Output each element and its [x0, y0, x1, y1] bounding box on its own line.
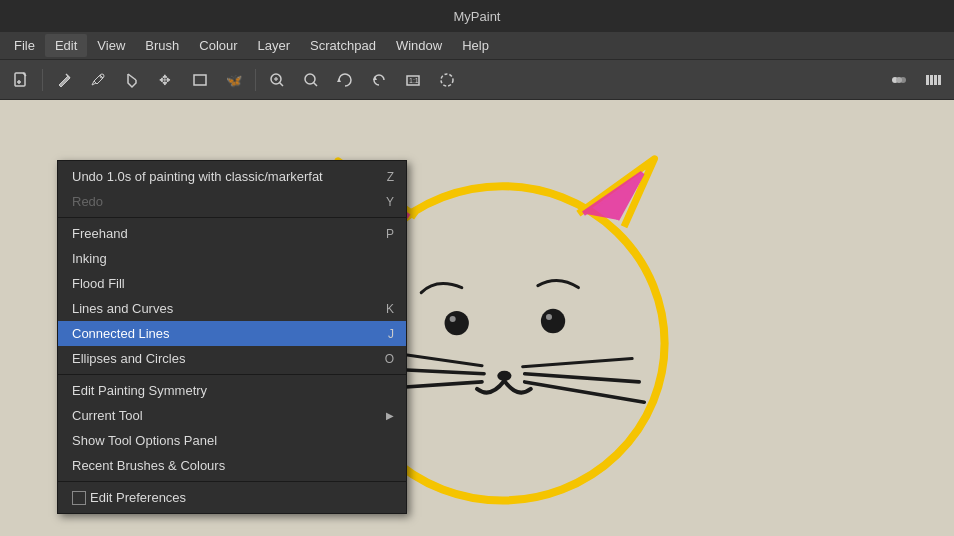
- brush-color-btn[interactable]: [884, 66, 914, 94]
- zoom-in-btn[interactable]: [262, 66, 292, 94]
- edit-preferences-label-wrap: Edit Preferences: [72, 490, 186, 505]
- svg-rect-0: [15, 73, 25, 86]
- paint-tool-btn[interactable]: [49, 66, 79, 94]
- edit-dropdown-menu: Undo 1.0s of painting with classic/marke…: [57, 160, 407, 514]
- menu-view[interactable]: View: [87, 34, 135, 57]
- menu-undo[interactable]: Undo 1.0s of painting with classic/marke…: [58, 164, 406, 189]
- toolbar: ✥ 🦋: [0, 60, 954, 100]
- svg-line-14: [314, 82, 318, 86]
- main-area: Undo 1.0s of painting with classic/marke…: [0, 100, 954, 536]
- lines-curves-shortcut: K: [386, 302, 394, 316]
- eyedropper-btn[interactable]: [83, 66, 113, 94]
- menu-colour[interactable]: Colour: [189, 34, 247, 57]
- svg-rect-23: [926, 75, 929, 85]
- redo-shortcut: Y: [386, 195, 394, 209]
- lines-curves-label: Lines and Curves: [72, 301, 173, 316]
- menu-edit-painting-symmetry[interactable]: Edit Painting Symmetry: [58, 378, 406, 403]
- svg-line-37: [525, 382, 645, 402]
- menu-help[interactable]: Help: [452, 34, 499, 57]
- menu-scratchpad[interactable]: Scratchpad: [300, 34, 386, 57]
- svg-point-30: [541, 309, 565, 333]
- svg-point-19: [441, 74, 453, 86]
- svg-text:1:1: 1:1: [409, 77, 419, 84]
- menu-show-tool-options[interactable]: Show Tool Options Panel: [58, 428, 406, 453]
- menu-inking[interactable]: Inking: [58, 246, 406, 271]
- menu-flood-fill[interactable]: Flood Fill: [58, 271, 406, 296]
- separator-2: [58, 374, 406, 375]
- svg-line-36: [525, 374, 640, 382]
- menu-ellipses[interactable]: Ellipses and Circles O: [58, 346, 406, 371]
- rotate-btn[interactable]: [330, 66, 360, 94]
- palette-btn[interactable]: [918, 66, 948, 94]
- toolbar-separator-2: [255, 69, 256, 91]
- svg-point-22: [896, 77, 902, 83]
- svg-point-29: [450, 316, 456, 322]
- svg-text:🦋: 🦋: [226, 72, 243, 89]
- menu-edit[interactable]: Edit: [45, 34, 87, 57]
- selection-btn[interactable]: [432, 66, 462, 94]
- app-title: MyPaint: [454, 9, 501, 24]
- edit-preferences-label: Edit Preferences: [90, 490, 186, 505]
- current-tool-label: Current Tool: [72, 408, 143, 423]
- svg-rect-26: [938, 75, 941, 85]
- freehand-shortcut: P: [386, 227, 394, 241]
- edit-painting-symmetry-label: Edit Painting Symmetry: [72, 383, 207, 398]
- menu-layer[interactable]: Layer: [248, 34, 301, 57]
- svg-line-10: [280, 82, 284, 86]
- menu-freehand[interactable]: Freehand P: [58, 221, 406, 246]
- ellipses-label: Ellipses and Circles: [72, 351, 185, 366]
- recent-brushes-label: Recent Brushes & Colours: [72, 458, 225, 473]
- frame-btn[interactable]: 1:1: [398, 66, 428, 94]
- menu-redo[interactable]: Redo Y: [58, 189, 406, 214]
- separator-1: [58, 217, 406, 218]
- new-button[interactable]: [6, 66, 36, 94]
- svg-marker-15: [337, 78, 341, 82]
- menu-current-tool[interactable]: Current Tool ▶: [58, 403, 406, 428]
- symmetry-btn[interactable]: 🦋: [219, 66, 249, 94]
- fill-btn[interactable]: [117, 66, 147, 94]
- menu-connected-lines[interactable]: Connected Lines J: [58, 321, 406, 346]
- menu-window[interactable]: Window: [386, 34, 452, 57]
- menu-brush[interactable]: Brush: [135, 34, 189, 57]
- svg-point-28: [445, 311, 469, 335]
- undo-toolbar-btn[interactable]: [364, 66, 394, 94]
- svg-rect-25: [934, 75, 937, 85]
- edit-preferences-checkbox: [72, 491, 86, 505]
- current-tool-arrow: ▶: [386, 410, 394, 421]
- menu-bar: File Edit View Brush Colour Layer Scratc…: [0, 32, 954, 60]
- connected-lines-label: Connected Lines: [72, 326, 170, 341]
- freehand-label: Freehand: [72, 226, 128, 241]
- svg-line-38: [523, 359, 633, 367]
- zoom-btn[interactable]: [296, 66, 326, 94]
- menu-edit-preferences[interactable]: Edit Preferences: [58, 485, 406, 510]
- title-bar: MyPaint: [0, 0, 954, 32]
- flood-fill-label: Flood Fill: [72, 276, 125, 291]
- rect-btn[interactable]: [185, 66, 215, 94]
- inking-label: Inking: [72, 251, 107, 266]
- svg-rect-7: [194, 75, 206, 85]
- toolbar-separator-1: [42, 69, 43, 91]
- connected-lines-shortcut: J: [388, 327, 394, 341]
- menu-file[interactable]: File: [4, 34, 45, 57]
- toolbar-right: [884, 66, 948, 94]
- move-btn[interactable]: ✥: [151, 66, 181, 94]
- svg-text:✥: ✥: [159, 72, 171, 88]
- svg-point-31: [546, 314, 552, 320]
- menu-recent-brushes[interactable]: Recent Brushes & Colours: [58, 453, 406, 478]
- separator-3: [58, 481, 406, 482]
- show-tool-options-label: Show Tool Options Panel: [72, 433, 217, 448]
- svg-rect-24: [930, 75, 933, 85]
- redo-label: Redo: [72, 194, 103, 209]
- menu-lines-curves[interactable]: Lines and Curves K: [58, 296, 406, 321]
- ellipses-shortcut: O: [385, 352, 394, 366]
- undo-shortcut: Z: [387, 170, 394, 184]
- undo-label: Undo 1.0s of painting with classic/marke…: [72, 169, 323, 184]
